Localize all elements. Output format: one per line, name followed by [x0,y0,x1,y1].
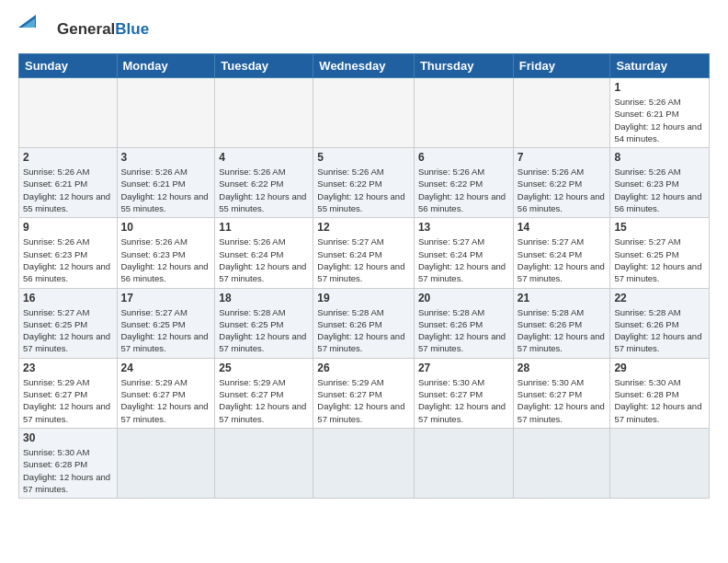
day-number: 22 [614,292,705,304]
day-info: Sunrise: 5:26 AM Sunset: 6:23 PM Dayligh… [23,236,113,284]
day-header-monday: Monday [117,54,215,78]
day-number: 20 [418,292,509,304]
day-info: Sunrise: 5:29 AM Sunset: 6:27 PM Dayligh… [23,376,113,425]
calendar-cell: 16Sunrise: 5:27 AM Sunset: 6:25 PM Dayli… [19,288,118,358]
day-header-saturday: Saturday [610,54,710,78]
day-info: Sunrise: 5:26 AM Sunset: 6:22 PM Dayligh… [418,166,509,214]
day-number: 11 [219,221,309,234]
day-info: Sunrise: 5:30 AM Sunset: 6:27 PM Dayligh… [518,376,607,425]
calendar-cell: 11Sunrise: 5:26 AM Sunset: 6:24 PM Dayli… [215,218,313,288]
calendar-week-row: 23Sunrise: 5:29 AM Sunset: 6:27 PM Dayli… [19,358,710,428]
day-number: 7 [518,151,607,164]
day-info: Sunrise: 5:27 AM Sunset: 6:25 PM Dayligh… [121,306,211,355]
day-info: Sunrise: 5:26 AM Sunset: 6:21 PM Dayligh… [121,166,211,214]
day-number: 18 [219,292,309,304]
day-number: 9 [23,221,113,234]
day-number: 17 [121,292,211,304]
day-info: Sunrise: 5:28 AM Sunset: 6:26 PM Dayligh… [317,306,410,355]
logo-general: General [57,20,115,38]
day-info: Sunrise: 5:29 AM Sunset: 6:27 PM Dayligh… [121,376,211,425]
calendar-cell: 4Sunrise: 5:26 AM Sunset: 6:22 PM Daylig… [215,148,313,218]
calendar-cell: 5Sunrise: 5:26 AM Sunset: 6:22 PM Daylig… [313,148,415,218]
day-info: Sunrise: 5:29 AM Sunset: 6:27 PM Dayligh… [317,376,410,425]
calendar-week-row: 30Sunrise: 5:30 AM Sunset: 6:28 PM Dayli… [19,428,710,498]
day-info: Sunrise: 5:26 AM Sunset: 6:24 PM Dayligh… [219,236,309,284]
calendar-cell: 17Sunrise: 5:27 AM Sunset: 6:25 PM Dayli… [117,288,215,358]
day-number: 26 [317,362,410,374]
day-info: Sunrise: 5:27 AM Sunset: 6:24 PM Dayligh… [317,236,410,284]
day-number: 12 [317,221,410,234]
day-header-tuesday: Tuesday [215,54,313,78]
day-info: Sunrise: 5:26 AM Sunset: 6:22 PM Dayligh… [317,166,410,214]
day-number: 1 [614,81,705,94]
calendar-cell [313,428,415,498]
day-info: Sunrise: 5:30 AM Sunset: 6:27 PM Dayligh… [418,376,509,425]
calendar-cell: 23Sunrise: 5:29 AM Sunset: 6:27 PM Dayli… [19,358,118,428]
day-number: 14 [518,221,607,234]
calendar-cell [513,428,610,498]
calendar-cell: 14Sunrise: 5:27 AM Sunset: 6:24 PM Dayli… [513,218,610,288]
calendar-cell [414,78,513,148]
logo-blue: Blue [115,20,149,38]
day-header-thursday: Thursday [414,54,513,78]
day-info: Sunrise: 5:28 AM Sunset: 6:25 PM Dayligh… [219,306,309,355]
calendar-cell: 3Sunrise: 5:26 AM Sunset: 6:21 PM Daylig… [117,148,215,218]
calendar-cell: 22Sunrise: 5:28 AM Sunset: 6:26 PM Dayli… [610,288,710,358]
header: GeneralBlue [18,15,710,44]
calendar-cell [19,78,118,148]
day-header-sunday: Sunday [19,54,118,78]
day-number: 15 [614,221,705,234]
day-info: Sunrise: 5:26 AM Sunset: 6:22 PM Dayligh… [219,166,309,214]
day-number: 8 [614,151,705,164]
day-info: Sunrise: 5:27 AM Sunset: 6:25 PM Dayligh… [614,236,705,284]
day-number: 27 [418,362,509,374]
day-number: 3 [121,151,211,164]
calendar-cell [215,78,313,148]
day-header-friday: Friday [513,54,610,78]
calendar-cell: 7Sunrise: 5:26 AM Sunset: 6:22 PM Daylig… [513,148,610,218]
calendar-cell: 27Sunrise: 5:30 AM Sunset: 6:27 PM Dayli… [414,358,513,428]
calendar-cell: 12Sunrise: 5:27 AM Sunset: 6:24 PM Dayli… [313,218,415,288]
day-number: 10 [121,221,211,234]
calendar-cell [414,428,513,498]
day-number: 13 [418,221,509,234]
calendar-cell [215,428,313,498]
calendar-cell: 24Sunrise: 5:29 AM Sunset: 6:27 PM Dayli… [117,358,215,428]
calendar-cell: 28Sunrise: 5:30 AM Sunset: 6:27 PM Dayli… [513,358,610,428]
calendar-cell: 6Sunrise: 5:26 AM Sunset: 6:22 PM Daylig… [414,148,513,218]
day-number: 28 [518,362,607,374]
calendar-header-row: SundayMondayTuesdayWednesdayThursdayFrid… [19,54,710,78]
calendar-cell: 21Sunrise: 5:28 AM Sunset: 6:26 PM Dayli… [513,288,610,358]
day-number: 4 [219,151,309,164]
calendar-cell: 20Sunrise: 5:28 AM Sunset: 6:26 PM Dayli… [414,288,513,358]
calendar-cell [513,78,610,148]
day-number: 29 [614,362,705,374]
day-number: 2 [23,151,113,164]
day-number: 16 [23,292,113,304]
day-info: Sunrise: 5:26 AM Sunset: 6:23 PM Dayligh… [614,166,705,214]
calendar-week-row: 9Sunrise: 5:26 AM Sunset: 6:23 PM Daylig… [19,218,710,288]
calendar-week-row: 16Sunrise: 5:27 AM Sunset: 6:25 PM Dayli… [19,288,710,358]
calendar-cell: 26Sunrise: 5:29 AM Sunset: 6:27 PM Dayli… [313,358,415,428]
calendar-cell: 2Sunrise: 5:26 AM Sunset: 6:21 PM Daylig… [19,148,118,218]
calendar-cell [117,78,215,148]
calendar-cell [313,78,415,148]
day-number: 5 [317,151,410,164]
calendar-week-row: 2Sunrise: 5:26 AM Sunset: 6:21 PM Daylig… [19,148,710,218]
day-info: Sunrise: 5:30 AM Sunset: 6:28 PM Dayligh… [614,376,705,425]
calendar-cell: 10Sunrise: 5:26 AM Sunset: 6:23 PM Dayli… [117,218,215,288]
day-info: Sunrise: 5:28 AM Sunset: 6:26 PM Dayligh… [518,306,607,355]
day-info: Sunrise: 5:26 AM Sunset: 6:21 PM Dayligh… [614,96,705,144]
calendar-cell: 25Sunrise: 5:29 AM Sunset: 6:27 PM Dayli… [215,358,313,428]
day-number: 6 [418,151,509,164]
day-info: Sunrise: 5:26 AM Sunset: 6:23 PM Dayligh… [121,236,211,284]
day-info: Sunrise: 5:26 AM Sunset: 6:21 PM Dayligh… [23,166,113,214]
day-number: 21 [518,292,607,304]
day-info: Sunrise: 5:27 AM Sunset: 6:24 PM Dayligh… [418,236,509,284]
calendar-cell: 9Sunrise: 5:26 AM Sunset: 6:23 PM Daylig… [19,218,118,288]
day-info: Sunrise: 5:27 AM Sunset: 6:24 PM Dayligh… [518,236,607,284]
day-info: Sunrise: 5:26 AM Sunset: 6:22 PM Dayligh… [518,166,607,214]
calendar-cell [610,428,710,498]
calendar-cell: 8Sunrise: 5:26 AM Sunset: 6:23 PM Daylig… [610,148,710,218]
day-number: 24 [121,362,211,374]
